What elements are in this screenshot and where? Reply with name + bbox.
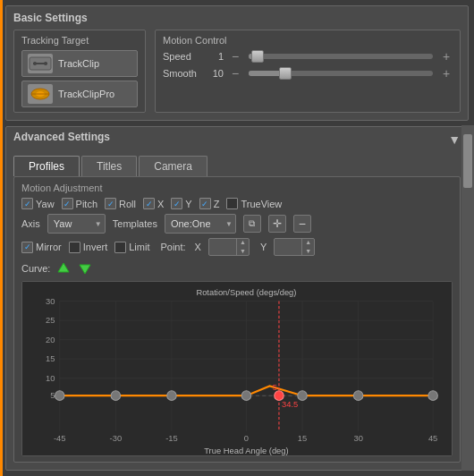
svg-text:True Head Angle (deg): True Head Angle (deg) xyxy=(204,446,289,455)
label-pitch: Pitch xyxy=(76,199,97,209)
svg-text:25: 25 xyxy=(46,315,55,325)
point-x-up[interactable]: ▲ xyxy=(237,238,249,247)
speed-slider-track[interactable] xyxy=(249,54,433,59)
axis-row: Axis Yaw ▼ Templates One:One ▼ ⧉ ✛ − xyxy=(21,214,453,234)
basic-settings-panel: Basic Settings Tracking Target TrackClip xyxy=(5,5,469,121)
advanced-header: Advanced Settings ▼ xyxy=(6,127,468,152)
tracking-target-group: Tracking Target TrackClip xyxy=(13,30,146,113)
copy-icon[interactable]: ⧉ xyxy=(243,215,261,233)
svg-text:-45: -45 xyxy=(54,433,66,443)
svg-text:Rotation/Speed (degs/deg): Rotation/Speed (degs/deg) xyxy=(196,287,296,297)
point-y-up[interactable]: ▲ xyxy=(302,238,314,247)
svg-point-2 xyxy=(33,62,37,65)
point-y-input[interactable]: ▲ ▼ xyxy=(274,238,315,256)
main-container: Basic Settings Tracking Target TrackClip xyxy=(0,0,474,476)
tab-camera[interactable]: Camera xyxy=(139,156,207,176)
checkbox-roll[interactable]: ✓ xyxy=(105,198,116,209)
label-x: X xyxy=(157,199,164,209)
checkbox-limit[interactable] xyxy=(114,242,126,253)
checkbox-invert[interactable] xyxy=(69,242,80,253)
svg-marker-8 xyxy=(80,265,90,274)
scrollbar-thumb[interactable] xyxy=(463,134,472,188)
label-limit: Limit xyxy=(129,242,149,252)
label-mirror: Mirror xyxy=(36,242,62,252)
advanced-settings-panel: Advanced Settings ▼ Profiles Titles Came… xyxy=(5,126,469,471)
axis-dropdown[interactable]: Yaw ▼ xyxy=(47,214,106,234)
checkbox-trueview[interactable] xyxy=(226,198,238,209)
axis-dropdown-arrow: ▼ xyxy=(95,220,102,228)
label-z: Z xyxy=(214,199,220,209)
motion-control-group: Motion Control Speed 1 − + Smooth 10 xyxy=(155,30,461,113)
smooth-label: Smooth xyxy=(163,68,202,79)
label-y: Y xyxy=(185,199,191,209)
axis-label: Axis xyxy=(21,218,40,229)
svg-text:34.5: 34.5 xyxy=(282,399,298,409)
checkbox-y[interactable]: ✓ xyxy=(171,198,182,209)
svg-point-43 xyxy=(298,391,307,401)
chart-svg: 30 25 20 15 10 5 -45 -30 -15 0 15 30 45 … xyxy=(22,282,452,455)
svg-text:45: 45 xyxy=(428,433,437,443)
svg-marker-7 xyxy=(58,263,69,272)
svg-point-44 xyxy=(353,391,362,401)
check-yaw: ✓ Yaw xyxy=(21,198,55,209)
chart-container: 30 25 20 15 10 5 -45 -30 -15 0 15 30 45 … xyxy=(21,281,453,456)
smooth-slider-track[interactable] xyxy=(249,71,433,76)
trackclip-button[interactable]: TrackClip xyxy=(21,50,138,77)
speed-minus[interactable]: − xyxy=(229,50,241,63)
templates-value: One:One xyxy=(171,218,211,229)
curve-label: Curve: xyxy=(21,263,50,274)
point-x-input[interactable]: ▲ ▼ xyxy=(208,238,250,256)
point-y-down[interactable]: ▼ xyxy=(302,247,314,256)
smooth-plus[interactable]: + xyxy=(440,67,453,80)
tracking-target-label: Tracking Target xyxy=(21,35,138,46)
point-x-down[interactable]: ▼ xyxy=(237,247,249,256)
label-yaw: Yaw xyxy=(36,199,55,209)
checkbox-pitch[interactable]: ✓ xyxy=(62,198,73,209)
templates-dropdown[interactable]: One:One ▼ xyxy=(165,214,236,234)
svg-text:5: 5 xyxy=(273,382,277,392)
right-scrollbar[interactable] xyxy=(461,125,474,471)
chevron-down-icon[interactable]: ▼ xyxy=(448,132,461,147)
speed-plus[interactable]: + xyxy=(440,50,453,63)
motion-control-label: Motion Control xyxy=(163,35,453,46)
label-invert: Invert xyxy=(83,242,108,252)
check-invert: Invert xyxy=(69,242,108,253)
point-y-label: Y xyxy=(260,242,267,252)
checkbox-mirror[interactable]: ✓ xyxy=(21,242,33,253)
basic-settings-title: Basic Settings xyxy=(13,12,461,24)
svg-point-42 xyxy=(241,391,250,401)
svg-point-39 xyxy=(55,391,64,401)
point-x-field[interactable] xyxy=(209,242,236,252)
svg-rect-9 xyxy=(22,282,452,455)
curve-down-button[interactable] xyxy=(77,260,93,276)
tab-profiles[interactable]: Profiles xyxy=(13,156,80,176)
point-x-label: X xyxy=(195,242,201,252)
svg-text:0: 0 xyxy=(244,433,249,443)
point-y-field[interactable] xyxy=(275,242,301,252)
curve-up-button[interactable] xyxy=(55,260,72,276)
advanced-settings-title: Advanced Settings xyxy=(13,131,110,143)
checkbox-z[interactable]: ✓ xyxy=(199,198,211,209)
curve-row: Curve: xyxy=(21,260,453,276)
motion-adjustment-panel: Motion Adjustment ✓ Yaw ✓ Pitch ✓ Roll ✓… xyxy=(13,176,461,463)
smooth-value: 10 xyxy=(207,68,224,79)
move-icon[interactable]: ✛ xyxy=(268,215,286,233)
svg-text:30: 30 xyxy=(46,296,55,306)
checkbox-x[interactable]: ✓ xyxy=(143,198,155,209)
motion-adjustment-title: Motion Adjustment xyxy=(21,183,453,193)
svg-text:-30: -30 xyxy=(110,433,123,443)
svg-point-45 xyxy=(428,391,437,401)
tab-titles[interactable]: Titles xyxy=(81,156,137,176)
smooth-minus[interactable]: − xyxy=(229,67,241,80)
check-mirror: ✓ Mirror xyxy=(21,242,62,253)
checkbox-yaw[interactable]: ✓ xyxy=(21,198,33,209)
svg-text:-15: -15 xyxy=(165,433,178,443)
check-pitch: ✓ Pitch xyxy=(62,198,97,209)
point-y-arrows: ▲ ▼ xyxy=(301,238,314,257)
trackclippro-button[interactable]: TrackClipPro xyxy=(21,81,138,107)
speed-row: Speed 1 − + xyxy=(163,50,453,63)
svg-text:30: 30 xyxy=(353,433,362,443)
label-trueview: TrueView xyxy=(241,199,282,209)
templates-dropdown-arrow: ▼ xyxy=(225,220,233,228)
minus-icon[interactable]: − xyxy=(293,215,311,233)
